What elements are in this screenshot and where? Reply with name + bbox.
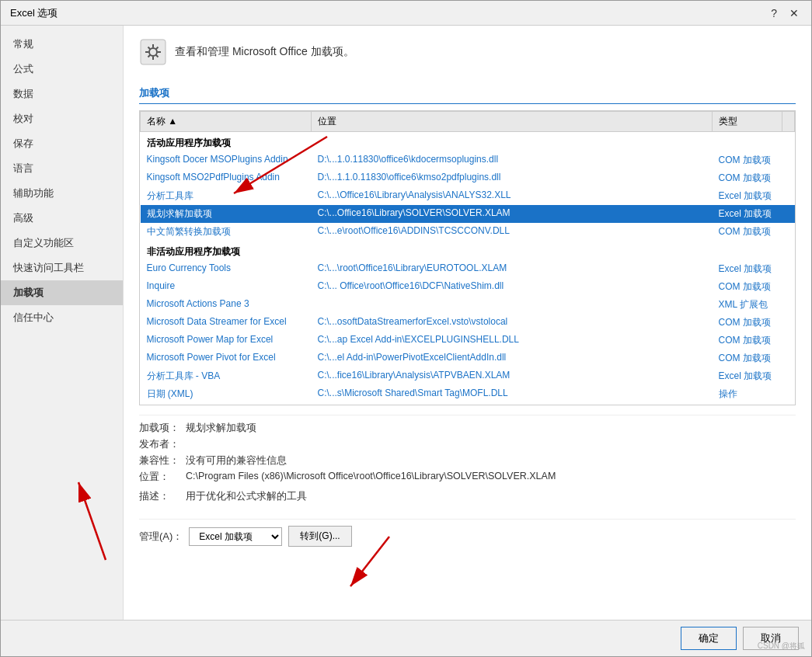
manage-label: 管理(A)：: [139, 530, 183, 544]
addin-location: D:\...1.0.11830\office6\kdocermsoplugins…: [312, 151, 713, 169]
addin-location: C:\... Office\root\Office16\DCF\NativeSh…: [312, 278, 713, 296]
table-row-selected[interactable]: 规划求解加载项 C:\...Office16\Library\SOLVER\SO…: [141, 205, 795, 223]
sidebar-item-trust-center[interactable]: 信任中心: [1, 305, 123, 330]
title-bar-controls: ? ✕: [768, 7, 802, 19]
table-row[interactable]: Kingsoft MSO2PdfPlugins Addin D:\...1.1.…: [141, 169, 795, 187]
table-row[interactable]: Microsoft Data Streamer for Excel C:\...…: [141, 314, 795, 332]
sidebar-item-advanced[interactable]: 高级: [1, 206, 123, 231]
content-header: 查看和管理 Microsoft Office 加载项。: [139, 38, 796, 74]
manage-row: 管理(A)： Excel 加载项 COM 加载项 操作 XML 扩展包 转到(G…: [139, 519, 796, 547]
addin-type-selected: Excel 加载项: [713, 205, 782, 223]
addins-table-container[interactable]: 名称 ▲ 位置 类型 活动应用程序加载项 Kingso: [139, 110, 796, 405]
goto-button[interactable]: 转到(G)...: [288, 526, 351, 547]
table-row[interactable]: 分析工具库 C:\...\Office16\Library\Analysis\A…: [141, 187, 795, 205]
addin-name: Euro Currency Tools: [141, 260, 312, 278]
info-label-compat: 兼容性：: [139, 454, 186, 468]
info-value-location: C:\Program Files (x86)\Microsoft Office\…: [186, 471, 796, 484]
ok-button[interactable]: 确定: [681, 627, 737, 650]
addin-name: Microsoft Power Map for Excel: [141, 332, 312, 349]
table-row[interactable]: 日期 (XML) C:\...s\Microsoft Shared\Smart …: [141, 385, 795, 403]
addin-type: COM 加载项: [713, 223, 782, 241]
table-row[interactable]: Microsoft Actions Pane 3 XML 扩展包: [141, 296, 795, 314]
sidebar-item-general[interactable]: 常规: [1, 32, 123, 57]
addin-location: C:\...e\root\Office16\ADDINS\TCSCCONV.DL…: [312, 223, 713, 241]
title-bar: Excel 选项 ? ✕: [1, 1, 811, 26]
addin-type: COM 加载项: [713, 169, 782, 187]
addin-type: COM 加载项: [713, 332, 782, 349]
info-label-location: 位置：: [139, 471, 186, 484]
table-row[interactable]: 分析工具库 - VBA C:\...fice16\Library\Analysi…: [141, 367, 795, 385]
table-row[interactable]: Microsoft Power Pivot for Excel C:\...el…: [141, 349, 795, 367]
main-content: 查看和管理 Microsoft Office 加载项。 加载项 名称 ▲ 位置 …: [124, 26, 811, 620]
info-value-compat: 没有可用的兼容性信息: [186, 454, 796, 468]
manage-select[interactable]: Excel 加载项 COM 加载项 操作 XML 扩展包: [189, 527, 282, 546]
info-row-publisher: 发布者：: [139, 438, 796, 451]
inactive-group-header: 非活动应用程序加载项: [141, 241, 795, 260]
addin-location: C:\...\root\Office16\Library\EUROTOOL.XL…: [312, 260, 713, 278]
addin-name: 分析工具库 - VBA: [141, 367, 312, 385]
close-button[interactable]: ✕: [786, 7, 802, 19]
excel-options-dialog: Excel 选项 ? ✕ 常规 公式 数据 校对 保存 语言 辅助功能 高级 自…: [0, 0, 812, 657]
table-row[interactable]: Microsoft Power Map for Excel C:\...ap E…: [141, 332, 795, 349]
col-header-location: 位置: [312, 112, 713, 132]
addin-type: COM 加载项: [713, 151, 782, 169]
info-row-compat: 兼容性： 没有可用的兼容性信息: [139, 454, 796, 468]
col-header-type: 类型: [713, 112, 782, 132]
addin-location: C:\...fice16\Library\Analysis\ATPVBAEN.X…: [312, 367, 713, 385]
col-header-name: 名称 ▲: [141, 112, 312, 132]
sidebar-item-formula[interactable]: 公式: [1, 57, 123, 82]
addin-name: 中文简繁转换加载项: [141, 223, 312, 241]
sidebar-item-save[interactable]: 保存: [1, 131, 123, 156]
inactive-group-label: 非活动应用程序加载项: [141, 241, 782, 260]
watermark: CSDN @将狐: [758, 641, 805, 652]
svg-rect-0: [141, 40, 166, 64]
addin-type: COM 加载项: [713, 349, 782, 367]
info-value-addin: 规划求解加载项: [186, 422, 796, 435]
section-label: 加载项: [139, 86, 796, 104]
addin-type: 操作: [713, 385, 782, 403]
addin-name: Inquire: [141, 278, 312, 296]
addin-name: Kingsoft MSO2PdfPlugins Addin: [141, 169, 312, 187]
addin-type: COM 加载项: [713, 314, 782, 332]
info-row-location: 位置： C:\Program Files (x86)\Microsoft Off…: [139, 471, 796, 484]
info-section: 加载项： 规划求解加载项 发布者： 兼容性： 没有可用的兼容性信息 位置： C:…: [139, 415, 796, 513]
addin-location: D:\...1.1.0.11830\office6\kmso2pdfplugin…: [312, 169, 713, 187]
addin-name: Microsoft Power Pivot for Excel: [141, 349, 312, 367]
dialog-body: 常规 公式 数据 校对 保存 语言 辅助功能 高级 自定义功能区 快速访问工具栏…: [1, 26, 811, 620]
table-row[interactable]: Kingsoft Docer MSOPlugins Addin D:\...1.…: [141, 151, 795, 169]
addin-type: COM 加载项: [713, 278, 782, 296]
sidebar-item-accessibility[interactable]: 辅助功能: [1, 181, 123, 206]
sidebar-item-proofing[interactable]: 校对: [1, 106, 123, 131]
sidebar-item-customize-ribbon[interactable]: 自定义功能区: [1, 231, 123, 255]
addin-name: Microsoft Data Streamer for Excel: [141, 314, 312, 332]
addin-location-selected: C:\...Office16\Library\SOLVER\SOLVER.XLA…: [312, 205, 713, 223]
addin-name-selected: 规划求解加载项: [141, 205, 312, 223]
info-value-publisher: [186, 438, 796, 451]
sidebar: 常规 公式 数据 校对 保存 语言 辅助功能 高级 自定义功能区 快速访问工具栏…: [1, 26, 124, 620]
active-group-header: 活动应用程序加载项: [141, 132, 795, 152]
sidebar-item-language[interactable]: 语言: [1, 156, 123, 181]
table-row[interactable]: Inquire C:\... Office\root\Office16\DCF\…: [141, 278, 795, 296]
addin-location: [312, 296, 713, 314]
dialog-footer: 确定 取消: [1, 620, 811, 656]
dialog-title: Excel 选项: [10, 6, 58, 20]
gear-icon: [139, 38, 167, 66]
sidebar-item-data[interactable]: 数据: [1, 82, 123, 106]
help-button[interactable]: ?: [768, 7, 780, 19]
addin-location: C:\...osoftDataStreamerforExcel.vsto\vst…: [312, 314, 713, 332]
info-row-desc: 描述： 用于优化和公式求解的工具: [139, 490, 796, 503]
table-row[interactable]: 中文简繁转换加载项 C:\...e\root\Office16\ADDINS\T…: [141, 223, 795, 241]
info-row-addin: 加载项： 规划求解加载项: [139, 422, 796, 435]
table-row[interactable]: Euro Currency Tools C:\...\root\Office16…: [141, 260, 795, 278]
addin-name: 日期 (XML): [141, 385, 312, 403]
sidebar-item-quick-access[interactable]: 快速访问工具栏: [1, 255, 123, 280]
addin-type: Excel 加载项: [713, 367, 782, 385]
active-group-label: 活动应用程序加载项: [141, 132, 782, 152]
addin-location: C:\...\Office16\Library\Analysis\ANALYS3…: [312, 187, 713, 205]
info-value-desc: 用于优化和公式求解的工具: [186, 490, 796, 503]
addin-location: C:\...ap Excel Add-in\EXCELPLUGINSHELL.D…: [312, 332, 713, 349]
addin-name: Microsoft Actions Pane 3: [141, 296, 312, 314]
sidebar-item-addins[interactable]: 加载项: [1, 280, 123, 305]
addin-type: Excel 加载项: [713, 260, 782, 278]
addins-table: 名称 ▲ 位置 类型 活动应用程序加载项 Kingso: [140, 111, 795, 403]
